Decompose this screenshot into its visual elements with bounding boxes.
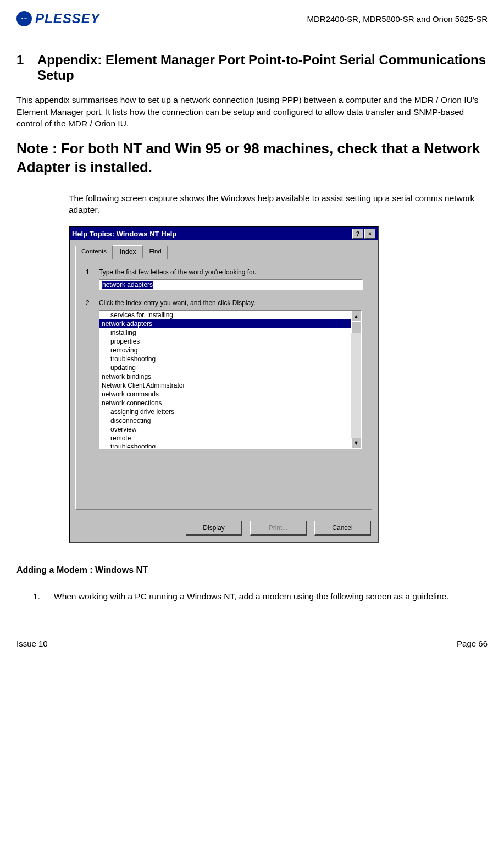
search-input-wrap: network adapters [99, 279, 362, 290]
listbox-scrollbar[interactable]: ▲ ▼ [351, 310, 362, 449]
list-item[interactable]: Network Client Administrator [99, 381, 351, 390]
tab-index[interactable]: Index [113, 245, 143, 258]
tab-contents[interactable]: Contents [75, 246, 113, 259]
list-item[interactable]: disconnecting [99, 416, 351, 425]
list-item[interactable]: installing [99, 328, 351, 337]
document-title: MDR2400-SR, MDR5800-SR and Orion 5825-SR [307, 14, 488, 24]
scroll-down-icon[interactable]: ▼ [351, 438, 361, 448]
scroll-up-icon[interactable]: ▲ [351, 311, 361, 321]
list-item[interactable]: network adapters [99, 319, 351, 328]
scroll-thumb[interactable] [351, 321, 361, 333]
print-button[interactable]: Print... [250, 521, 307, 536]
list-item[interactable]: services for, installing [99, 311, 351, 319]
help-topics-dialog: Help Topics: Windows NT Help ? × Content… [69, 226, 379, 543]
dialog-title: Help Topics: Windows NT Help [72, 230, 176, 238]
close-button[interactable]: × [364, 229, 375, 239]
list-item-1-number: 1. [33, 590, 46, 603]
section-title: Appendix: Element Manager Port Point-to-… [37, 52, 488, 83]
step-1-label: 1 Type the first few letters of the word… [86, 268, 362, 276]
step-2-text: Click the index entry you want, and then… [99, 299, 256, 307]
help-dialog-screenshot: Help Topics: Windows NT Help ? × Content… [69, 226, 488, 543]
index-listbox[interactable]: services for, installingnetwork adapters… [99, 310, 351, 449]
plessey-logo: ~~ PLESSEY [16, 11, 100, 26]
list-item[interactable]: troubleshooting [99, 355, 351, 363]
list-item[interactable]: network commands [99, 390, 351, 399]
list-item[interactable]: network bindings [99, 372, 351, 381]
list-item[interactable]: updating [99, 363, 351, 372]
list-item[interactable]: properties [99, 337, 351, 346]
step-2-number: 2 [86, 299, 93, 307]
list-item[interactable]: overview [99, 425, 351, 434]
list-item[interactable]: network connections [99, 399, 351, 407]
search-input[interactable]: network adapters [99, 279, 363, 290]
tab-strip: Contents Index Find [75, 245, 372, 258]
page-number: Page 66 [457, 639, 488, 648]
modem-subheading: Adding a Modem : Windows NT [16, 565, 488, 575]
step-2-label: 2 Click the index entry you want, and th… [86, 299, 362, 307]
page-header: ~~ PLESSEY MDR2400-SR, MDR5800-SR and Or… [16, 11, 488, 30]
step-1-text: Type the first few letters of the word y… [99, 268, 256, 276]
logo-icon: ~~ [16, 11, 32, 26]
intro-paragraph: This appendix summarises how to set up a… [16, 94, 488, 130]
dialog-titlebar: Help Topics: Windows NT Help ? × [70, 227, 378, 240]
list-item[interactable]: assigning drive letters [99, 407, 351, 416]
list-item-1-text: When working with a PC running a Windows… [54, 590, 449, 603]
help-button[interactable]: ? [352, 229, 363, 239]
section-number: 1 [16, 52, 27, 83]
dialog-button-row: Display Print... Cancel [70, 515, 378, 542]
page-footer: Issue 10 Page 66 [16, 636, 488, 648]
note-heading: Note : For both NT and Win 95 or 98 mach… [16, 140, 488, 177]
issue-label: Issue 10 [16, 639, 48, 648]
list-item[interactable]: removing [99, 346, 351, 355]
section-heading: 1 Appendix: Element Manager Port Point-t… [16, 52, 488, 83]
cancel-button[interactable]: Cancel [314, 521, 371, 536]
tab-panel-index: 1 Type the first few letters of the word… [75, 258, 372, 510]
screen-intro-text: The following screen capture shows the W… [69, 192, 488, 216]
step-1-number: 1 [86, 268, 93, 276]
logo-text: PLESSEY [35, 11, 100, 26]
list-item[interactable]: troubleshooting [99, 443, 351, 449]
list-item[interactable]: remote [99, 434, 351, 443]
tab-find[interactable]: Find [143, 246, 167, 259]
list-item-1: 1. When working with a PC running a Wind… [33, 590, 488, 603]
display-button[interactable]: Display [186, 521, 242, 536]
